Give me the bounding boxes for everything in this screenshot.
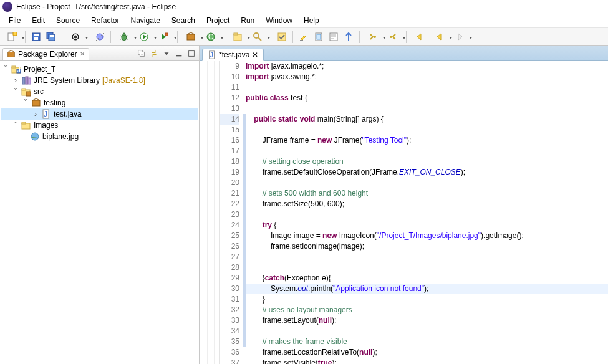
menu-window[interactable]: Window: [261, 15, 297, 26]
pin-button[interactable]: [342, 30, 355, 44]
code-line[interactable]: frame.setIconImage(image);: [243, 241, 608, 252]
line-number[interactable]: 29: [220, 273, 239, 284]
menu-source[interactable]: Source: [51, 15, 85, 26]
code-line[interactable]: import javax.imageio.*;: [243, 61, 608, 72]
last-edit-button[interactable]: [410, 30, 429, 44]
twisty-icon[interactable]: ›: [31, 110, 40, 118]
line-number[interactable]: 16: [220, 135, 239, 146]
code-line[interactable]: public class test {: [243, 93, 608, 103]
line-number[interactable]: 10: [220, 72, 239, 82]
line-number[interactable]: 26: [220, 241, 239, 252]
close-view-icon[interactable]: ✕: [80, 50, 85, 57]
maximize-view-icon[interactable]: [186, 49, 196, 59]
code-line[interactable]: frame.setDefaultCloseOperation(JFrame.EX…: [243, 167, 608, 178]
open-type-button[interactable]: ▾: [228, 30, 247, 44]
code-content[interactable]: import javax.imageio.*;import javax.swin…: [243, 61, 608, 364]
code-line[interactable]: [243, 326, 608, 337]
twisty-icon[interactable]: ˅: [1, 65, 10, 74]
line-number[interactable]: 30: [220, 284, 239, 294]
line-number[interactable]: 32: [220, 305, 239, 315]
line-number[interactable]: 11: [220, 82, 239, 93]
tree-java-file[interactable]: › J test.java: [1, 108, 198, 120]
line-number[interactable]: 34: [220, 326, 239, 337]
code-line[interactable]: public static void main(String[] args) {: [243, 114, 608, 125]
perspective-button[interactable]: ▾: [66, 30, 85, 44]
line-number[interactable]: 25: [220, 231, 239, 241]
code-line[interactable]: import javax.swing.*;: [243, 72, 608, 82]
code-line[interactable]: Image image = new ImageIcon("/Project_T/…: [243, 231, 608, 241]
code-line[interactable]: [243, 146, 608, 156]
project-tree[interactable]: ˅ J Project_T › JRE System Library [Java…: [0, 61, 199, 364]
line-number[interactable]: 36: [220, 347, 239, 358]
line-number[interactable]: 12: [220, 93, 239, 103]
back-button[interactable]: ▾: [430, 30, 449, 44]
menu-help[interactable]: Help: [299, 15, 324, 26]
skip-breakpoints-button[interactable]: [93, 30, 107, 44]
line-number[interactable]: 19: [220, 167, 239, 178]
code-line[interactable]: frame.setVisible(true);: [243, 358, 608, 364]
prev-annotation-button[interactable]: ▾: [384, 30, 402, 44]
run-button[interactable]: ▾: [135, 30, 153, 44]
code-line[interactable]: // uses no layout managers: [243, 305, 608, 315]
line-number[interactable]: 31: [220, 294, 239, 305]
search-button[interactable]: ▾: [248, 30, 267, 44]
run-last-button[interactable]: ▾: [155, 30, 173, 44]
line-number[interactable]: 14: [220, 114, 239, 125]
line-number[interactable]: 35: [220, 337, 239, 347]
menu-project[interactable]: Project: [201, 15, 234, 26]
code-line[interactable]: // setting close operation: [243, 156, 608, 167]
tree-images-folder[interactable]: ˅ Images: [1, 120, 198, 131]
line-number[interactable]: 33: [220, 315, 239, 326]
line-number[interactable]: 13: [220, 103, 239, 114]
tree-src[interactable]: ˅ src: [1, 86, 198, 97]
code-line[interactable]: JFrame frame = new JFrame("Testing Tool"…: [243, 135, 608, 146]
forward-button[interactable]: ▾: [450, 30, 469, 44]
menu-run[interactable]: Run: [236, 15, 259, 26]
code-line[interactable]: [243, 252, 608, 262]
show-whitespace-button[interactable]: [327, 30, 340, 44]
toggle-highlight-button[interactable]: [297, 30, 311, 44]
tree-project[interactable]: ˅ J Project_T: [1, 64, 198, 75]
menu-file[interactable]: File: [4, 15, 26, 26]
line-number[interactable]: 28: [220, 262, 239, 273]
save-all-button[interactable]: [44, 30, 58, 44]
menu-search[interactable]: Search: [166, 15, 200, 26]
minimize-view-icon[interactable]: [174, 49, 184, 59]
code-line[interactable]: [243, 82, 608, 93]
code-line[interactable]: frame.setLayout(null);: [243, 315, 608, 326]
twisty-icon[interactable]: ›: [11, 76, 20, 85]
code-editor[interactable]: 9101112131415161718192021222324252627282…: [200, 61, 608, 364]
tree-jre[interactable]: › JRE System Library [JavaSE-1.8]: [1, 75, 198, 86]
code-line[interactable]: frame.setSize(500, 600);: [243, 199, 608, 209]
code-line[interactable]: frame.setLocationRelativeTo(null);: [243, 347, 608, 358]
code-line[interactable]: // sets 500 width and 600 height: [243, 188, 608, 199]
twisty-icon[interactable]: ˅: [11, 121, 20, 130]
line-number[interactable]: 9: [220, 61, 239, 72]
menu-refactor[interactable]: Refactor: [86, 15, 124, 26]
line-number[interactable]: 21: [220, 188, 239, 199]
code-line[interactable]: [243, 262, 608, 273]
twisty-icon[interactable]: ˅: [11, 87, 20, 96]
line-number-gutter[interactable]: 9101112131415161718192021222324252627282…: [220, 61, 243, 364]
collapse-all-icon[interactable]: [137, 49, 147, 59]
new-java-package-button[interactable]: ▾: [181, 30, 200, 44]
code-line[interactable]: [243, 125, 608, 135]
code-line[interactable]: }catch(Exception e){: [243, 273, 608, 284]
menu-navigate[interactable]: Navigate: [125, 15, 165, 26]
code-line[interactable]: try {: [243, 220, 608, 231]
new-java-class-button[interactable]: C▾: [201, 30, 220, 44]
new-button[interactable]: ▾: [2, 30, 21, 44]
close-tab-icon[interactable]: ✕: [252, 50, 258, 59]
view-menu-icon[interactable]: [162, 49, 171, 59]
tree-image-file[interactable]: biplane.jpg: [1, 131, 198, 142]
line-number[interactable]: 22: [220, 199, 239, 209]
code-line[interactable]: [243, 178, 608, 188]
code-line[interactable]: System.out.println("Application icon not…: [243, 284, 608, 294]
line-number[interactable]: 15: [220, 125, 239, 135]
line-number[interactable]: 37: [220, 358, 239, 364]
code-line[interactable]: }: [243, 294, 608, 305]
line-number[interactable]: 27: [220, 252, 239, 262]
code-line[interactable]: [243, 209, 608, 220]
code-line[interactable]: // makes the frame visible: [243, 337, 608, 347]
toggle-block-button[interactable]: [312, 30, 326, 44]
